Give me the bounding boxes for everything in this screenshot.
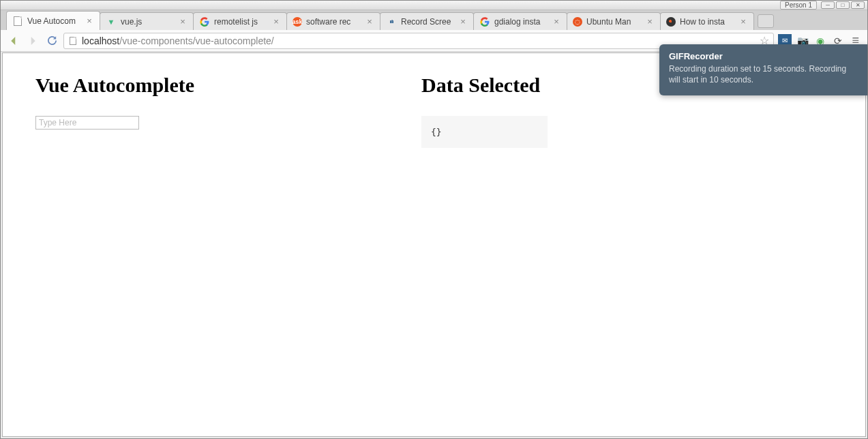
tab-title: software rec: [306, 17, 363, 27]
site-info-icon[interactable]: [68, 36, 78, 46]
tab-record-screen[interactable]: ıılı Record Scree ×: [380, 12, 474, 30]
close-tab-icon[interactable]: ×: [85, 16, 94, 26]
autocomplete-heading: Vue Autocomplete: [35, 74, 394, 97]
page-content: Vue Autocomplete Data Selected {}: [2, 52, 866, 437]
tab-title: Record Scree: [401, 17, 457, 27]
tab-vuejs[interactable]: ▼ vue.js ×: [100, 12, 194, 30]
page-icon: [12, 16, 23, 27]
close-tab-icon[interactable]: ×: [552, 17, 561, 27]
back-button[interactable]: [6, 33, 21, 48]
data-selected-output: {}: [421, 116, 548, 148]
tab-how-to-install[interactable]: How to insta ×: [660, 12, 754, 30]
tab-title: remotelist js: [214, 17, 270, 27]
site-icon: [666, 17, 676, 27]
profile-badge[interactable]: Person 1: [780, 1, 817, 10]
tab-title: vue.js: [121, 17, 177, 27]
left-column: Vue Autocomplete: [35, 74, 394, 148]
maximize-button[interactable]: □: [836, 1, 850, 9]
vue-icon: ▼: [106, 16, 117, 27]
askubuntu-icon: ask: [293, 17, 302, 27]
ubuntu-icon: ◌: [573, 17, 582, 27]
tab-software-rec[interactable]: ask software rec ×: [286, 12, 380, 30]
close-window-button[interactable]: ✕: [851, 1, 865, 9]
url-host: localhost: [82, 35, 119, 46]
tab-title: Vue Autocom: [27, 16, 83, 26]
close-tab-icon[interactable]: ×: [271, 17, 281, 27]
tab-title: How to insta: [680, 17, 737, 27]
notification-title: GIFRecorder: [669, 51, 858, 61]
google-icon: [479, 16, 490, 27]
system-notification[interactable]: GIFRecorder Recording duration set to 15…: [659, 44, 867, 95]
autocomplete-input[interactable]: [35, 116, 139, 130]
tab-ubuntu-man[interactable]: ◌ Ubuntu Man ×: [567, 12, 661, 30]
tab-remotelist[interactable]: remotelist js ×: [193, 12, 287, 30]
browser-window: Person 1 ─ □ ✕ Vue Autocom × ▼ vue.js × …: [0, 0, 868, 439]
close-tab-icon[interactable]: ×: [365, 17, 374, 27]
recorder-icon: ıılı: [386, 16, 397, 27]
url-path: /vue-components/vue-autocomplete/: [119, 35, 273, 46]
google-icon: [199, 16, 210, 27]
close-tab-icon[interactable]: ×: [178, 17, 188, 27]
tab-gdialog[interactable]: gdialog insta ×: [473, 12, 567, 30]
close-tab-icon[interactable]: ×: [458, 17, 468, 27]
window-titlebar: Person 1 ─ □ ✕: [1, 1, 867, 10]
window-controls: ─ □ ✕: [821, 1, 865, 9]
notification-body: Recording duration set to 15 seconds. Re…: [669, 63, 858, 85]
tab-title: Ubuntu Man: [586, 17, 644, 27]
minimize-button[interactable]: ─: [821, 1, 835, 9]
tab-strip: Vue Autocom × ▼ vue.js × remotelist js ×…: [1, 10, 867, 30]
close-tab-icon[interactable]: ×: [738, 17, 748, 27]
tab-vue-autocomplete[interactable]: Vue Autocom ×: [6, 11, 100, 30]
tab-title: gdialog insta: [494, 17, 550, 27]
close-tab-icon[interactable]: ×: [645, 17, 655, 27]
new-tab-button[interactable]: [758, 14, 774, 28]
reload-button[interactable]: [44, 33, 59, 48]
forward-button[interactable]: [25, 33, 40, 48]
